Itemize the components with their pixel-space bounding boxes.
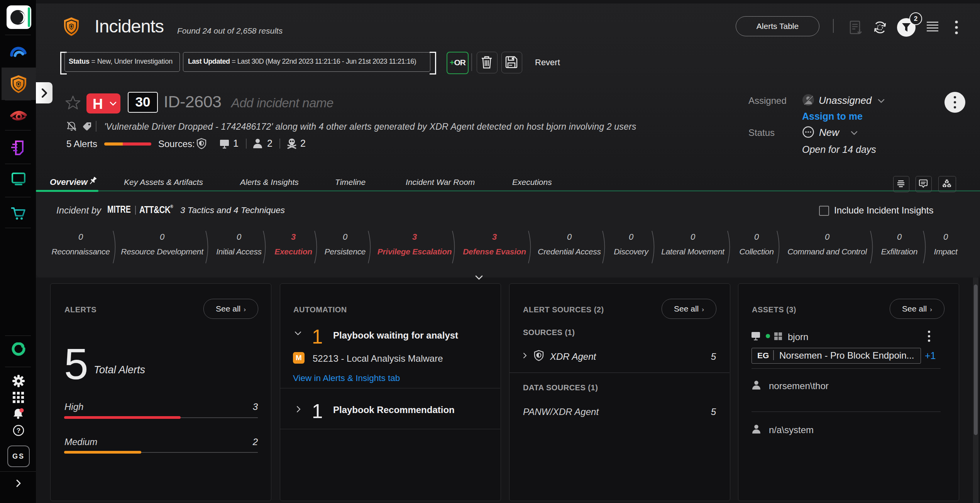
svg-text:?: ?	[17, 427, 20, 434]
